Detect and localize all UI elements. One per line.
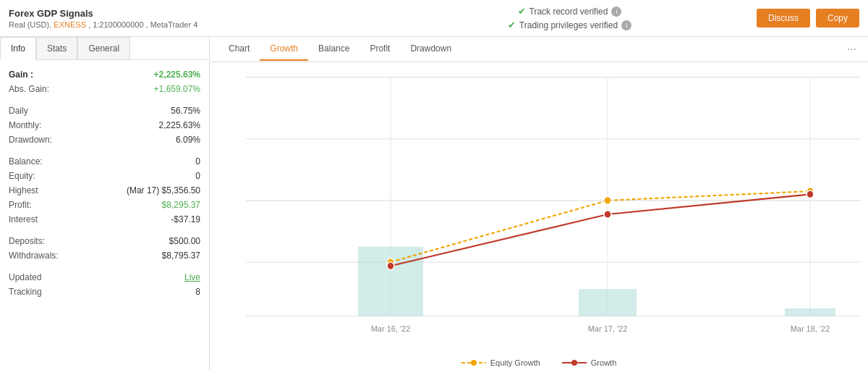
left-panel: Info Stats General Gain : +2,225.63% Abs… (0, 37, 210, 370)
right-panel: Chart Growth Balance Profit Drawdown ··· (210, 37, 868, 370)
trading-privileges-verified: ✔ Trading privileges verified i (508, 20, 631, 30)
highest-label: Highest (9, 185, 38, 195)
header-left: Forex GDP Signals Real (USD), EXNESS , 1… (9, 8, 383, 29)
chart-svg: 4K% 3K% 2K% 1K% 0% (246, 70, 861, 347)
svg-text:Mar 16, '22: Mar 16, '22 (371, 324, 411, 332)
tab-growth[interactable]: Growth (260, 38, 308, 61)
check-icon-2: ✔ (508, 20, 516, 30)
legend-equity: Equity Growth (461, 358, 540, 367)
monthly-value: 2,225.63% (159, 120, 200, 130)
updated-value[interactable]: Live (184, 272, 200, 282)
header-subtitle: Real (USD), EXNESS , 1:2100000000 , Meta… (9, 20, 383, 29)
balance-row: Balance: 0 (9, 154, 200, 169)
deposits-value: $500.00 (169, 236, 200, 246)
tracking-row: Tracking 8 (9, 285, 200, 299)
header-center: ✔ Track record verified i ✔ Trading priv… (383, 6, 757, 30)
withdrawals-value: $8,795.37 (162, 251, 200, 261)
tab-stats[interactable]: Stats (36, 37, 77, 59)
svg-rect-13 (358, 247, 423, 316)
interest-row: Interest -$37.19 (9, 212, 200, 227)
svg-point-20 (604, 211, 611, 219)
highest-value: (Mar 17) $5,356.50 (127, 185, 200, 195)
copy-button[interactable]: Copy (816, 9, 859, 28)
verified1-text: Track record verified (529, 7, 608, 17)
interest-label: Interest (9, 214, 38, 224)
drawdown-row: Drawdown: 6.09% (9, 133, 200, 147)
tab-profit[interactable]: Profit (359, 38, 400, 61)
chart-legend: Equity Growth Growth (210, 354, 868, 370)
abs-gain-row: Abs. Gain: +1,659.07% (9, 82, 200, 96)
info-icon-2[interactable]: i (621, 20, 631, 30)
check-icon-1: ✔ (518, 6, 526, 17)
profit-value: $8,295.37 (162, 200, 200, 210)
tracking-value: 8 (195, 287, 200, 297)
stats-panel: Gain : +2,225.63% Abs. Gain: +1,659.07% … (0, 60, 209, 370)
daily-value: 56.75% (171, 106, 200, 116)
balance-value: 0 (195, 156, 200, 167)
svg-point-19 (387, 262, 394, 270)
monthly-label: Monthly: (9, 120, 41, 130)
profit-row: Profit: $8,295.37 (9, 198, 200, 212)
daily-label: Daily (9, 106, 28, 116)
svg-point-28 (571, 360, 577, 366)
equity-row: Equity: 0 (9, 169, 200, 183)
updated-row: Updated Live (9, 270, 200, 285)
tab-balance[interactable]: Balance (308, 38, 359, 61)
tracking-label: Tracking (9, 287, 42, 297)
legend-growth-label: Growth (591, 358, 616, 367)
growth-line-icon (562, 358, 587, 367)
header-right: Discuss Copy (757, 9, 859, 28)
svg-point-26 (471, 360, 477, 366)
gain-row: Gain : +2,225.63% (9, 67, 200, 82)
broker-link[interactable]: EXNESS (54, 20, 86, 29)
chart-tabs: Chart Growth Balance Profit Drawdown ··· (210, 37, 868, 62)
verified2-text: Trading privileges verified (519, 20, 618, 30)
more-icon[interactable]: ··· (844, 37, 859, 62)
gain-value: +2,225.63% (154, 70, 200, 80)
withdrawals-row: Withdrawals: $8,795.37 (9, 248, 200, 263)
svg-rect-15 (785, 308, 835, 316)
withdrawals-label: Withdrawals: (9, 251, 59, 261)
tab-chart[interactable]: Chart (218, 38, 260, 61)
updated-label: Updated (9, 272, 41, 282)
legend-equity-label: Equity Growth (490, 358, 540, 367)
deposits-row: Deposits: $500.00 (9, 234, 200, 248)
info-icon-1[interactable]: i (611, 7, 621, 17)
deposits-label: Deposits: (9, 236, 45, 246)
equity-label: Equity: (9, 171, 35, 181)
drawdown-value: 6.09% (176, 135, 200, 145)
main-body: Info Stats General Gain : +2,225.63% Abs… (0, 37, 868, 370)
svg-rect-14 (579, 289, 637, 316)
svg-point-21 (807, 190, 814, 198)
header: Forex GDP Signals Real (USD), EXNESS , 1… (0, 0, 868, 37)
subtitle2-text: , 1:2100000000 , MetaTrader 4 (88, 20, 197, 29)
svg-text:Mar 17, '22: Mar 17, '22 (588, 324, 628, 332)
abs-gain-value: +1,659.07% (154, 84, 200, 94)
balance-label: Balance: (9, 156, 43, 167)
gain-label: Gain : (9, 70, 33, 80)
svg-point-17 (604, 197, 611, 205)
svg-text:Mar 18, '22: Mar 18, '22 (791, 324, 830, 332)
abs-gain-label: Abs. Gain: (9, 84, 49, 94)
drawdown-label: Drawdown: (9, 135, 52, 145)
left-tabs: Info Stats General (0, 37, 209, 60)
app-title: Forex GDP Signals (9, 8, 383, 19)
tab-drawdown[interactable]: Drawdown (400, 38, 461, 61)
track-record-verified: ✔ Track record verified i (518, 6, 622, 17)
tab-general[interactable]: General (77, 37, 130, 59)
discuss-button[interactable]: Discuss (757, 9, 810, 28)
daily-row: Daily 56.75% (9, 104, 200, 118)
legend-growth: Growth (562, 358, 616, 367)
highest-row: Highest (Mar 17) $5,356.50 (9, 183, 200, 198)
chart-area: 4K% 3K% 2K% 1K% 0% (210, 62, 868, 354)
equity-line-icon (461, 358, 486, 367)
monthly-row: Monthly: 2,225.63% (9, 118, 200, 133)
equity-value: 0 (195, 171, 200, 181)
profit-label: Profit: (9, 200, 31, 210)
subtitle-text: Real (USD), (9, 20, 51, 29)
tab-info[interactable]: Info (0, 37, 36, 60)
interest-value: -$37.19 (171, 214, 200, 224)
